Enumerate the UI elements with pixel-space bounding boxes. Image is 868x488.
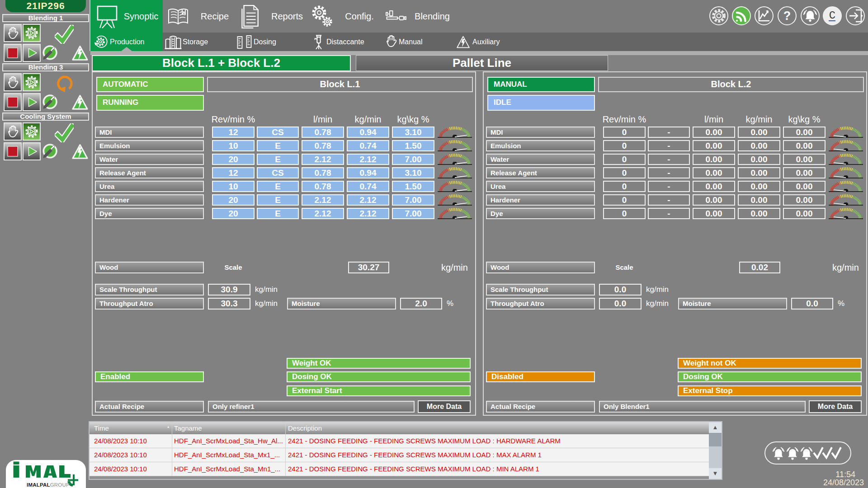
- svg-text:IMALPALGROUP: IMALPALGROUP: [27, 482, 70, 488]
